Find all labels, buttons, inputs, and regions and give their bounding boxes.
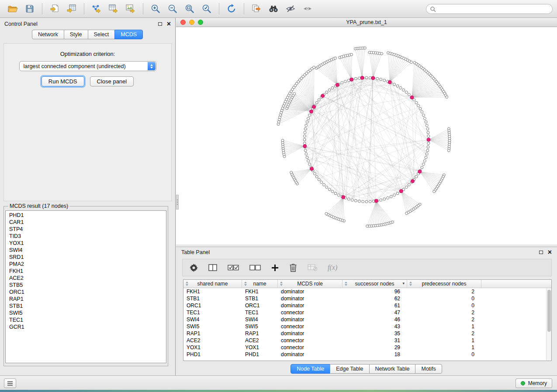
table-row[interactable]: PHD1PHD1dominator180: [183, 351, 551, 358]
result-node-item[interactable]: STB1: [6, 303, 166, 309]
deselect-all-button[interactable]: [249, 265, 261, 271]
result-node-item[interactable]: TID3: [6, 233, 166, 240]
result-node-item[interactable]: CAR1: [6, 219, 166, 226]
zoom-out-icon: [167, 3, 178, 14]
table-cell: connector: [278, 344, 343, 351]
network-graph-canvas[interactable]: [176, 27, 557, 244]
result-node-item[interactable]: STP4: [6, 226, 166, 233]
table-cell: connector: [278, 309, 343, 316]
table-row[interactable]: ACE2ACE2connector311: [183, 337, 551, 344]
eye-slash-icon: [285, 4, 296, 14]
result-node-item[interactable]: TEC1: [6, 316, 166, 323]
import-network-icon: [49, 4, 60, 14]
table-row[interactable]: FKH1FKH1dominator962: [183, 288, 551, 295]
hide-details-button[interactable]: [282, 2, 299, 16]
table-row[interactable]: YOX1YOX1connector291: [183, 344, 551, 351]
export-image-button[interactable]: [122, 2, 139, 16]
refresh-layout-button[interactable]: [223, 2, 240, 16]
table-row[interactable]: ORC1ORC1dominator610: [183, 302, 551, 309]
result-node-item[interactable]: PMA2: [6, 261, 166, 268]
tab-network[interactable]: Network: [32, 30, 64, 39]
function-builder-button: f(x): [328, 264, 337, 272]
tab-edge-table[interactable]: Edge Table: [330, 364, 369, 374]
table-row[interactable]: RAP1RAP1dominator352: [183, 330, 551, 337]
find-button[interactable]: [265, 2, 282, 16]
save-session-button[interactable]: [21, 2, 38, 16]
tab-network-table[interactable]: Network Table: [369, 364, 416, 374]
window-minimize-icon[interactable]: [189, 20, 194, 25]
tab-node-table[interactable]: Node Table: [291, 364, 330, 374]
panel-splitter-handle[interactable]: [176, 195, 179, 210]
tab-mcds[interactable]: MCDS: [114, 30, 143, 39]
result-node-item[interactable]: ORC1: [6, 289, 166, 296]
network-view-title: YPA_prune.txt_1: [176, 19, 557, 25]
copy-network-button[interactable]: [248, 2, 265, 16]
table-cell: dominator: [278, 288, 343, 295]
export-network-button[interactable]: [88, 2, 105, 16]
float-panel-icon[interactable]: [158, 22, 162, 26]
table-row[interactable]: STB1STB1dominator620: [183, 295, 551, 302]
scrollbar-thumb[interactable]: [547, 290, 551, 332]
result-node-item[interactable]: PHD1: [6, 212, 166, 219]
delete-column-button[interactable]: [289, 263, 297, 272]
import-network-button[interactable]: [46, 2, 63, 16]
toolbar-separator: [84, 3, 84, 14]
close-panel-icon[interactable]: ×: [167, 21, 171, 27]
import-table-button[interactable]: [63, 2, 80, 16]
table-cell: RAP1: [242, 330, 278, 337]
close-panel-button[interactable]: Close panel: [90, 76, 134, 86]
result-node-item[interactable]: SWI4: [6, 247, 166, 254]
column-header-name[interactable]: name: [242, 280, 278, 288]
table-scrollbar[interactable]: [546, 288, 551, 361]
node-table: shared namenameMCDS rolesuccessor nodes▾…: [183, 279, 552, 361]
run-mcds-button[interactable]: Run MCDS: [42, 76, 84, 86]
panel-menu-button[interactable]: [4, 378, 16, 388]
select-all-button[interactable]: [228, 265, 239, 271]
window-maximize-icon[interactable]: [198, 20, 203, 25]
table-cell: 47: [343, 309, 407, 316]
tab-select[interactable]: Select: [88, 30, 115, 39]
float-table-panel-icon[interactable]: [539, 251, 543, 254]
column-header-successor-nodes[interactable]: successor nodes▾: [343, 280, 407, 288]
columns-icon: [208, 264, 217, 272]
column-header-MCDS-role[interactable]: MCDS role: [278, 280, 343, 288]
memory-button[interactable]: Memory: [515, 378, 552, 388]
zoom-selected-button[interactable]: [198, 2, 215, 16]
table-cell: YOX1: [183, 344, 242, 351]
close-table-panel-icon[interactable]: ×: [548, 250, 552, 255]
tab-motifs[interactable]: Motifs: [415, 364, 442, 374]
result-node-item[interactable]: ACE2: [6, 275, 166, 282]
result-node-item[interactable]: STB5: [6, 282, 166, 289]
search-input[interactable]: [426, 4, 553, 14]
result-node-item[interactable]: SWI5: [6, 309, 166, 316]
result-node-item[interactable]: GCR1: [6, 323, 166, 330]
open-file-button[interactable]: [4, 2, 21, 16]
control-panel: Control Panel × NetworkStyleSelectMCDS O…: [0, 18, 176, 375]
window-close-icon[interactable]: [180, 20, 186, 25]
zoom-out-button[interactable]: [164, 2, 181, 16]
optimization-dropdown[interactable]: largest connected component (undirected): [19, 61, 156, 71]
column-header-shared-name[interactable]: shared name: [183, 280, 242, 288]
table-row[interactable]: SWI5SWI5connector431: [183, 323, 551, 330]
table-cell: dominator: [278, 330, 343, 337]
result-node-item[interactable]: YOX1: [6, 240, 166, 247]
mcds-result-list: PHD1CAR1STP4TID3YOX1SWI4SRD1PMA2FKH1ACE2…: [5, 210, 166, 363]
table-settings-button[interactable]: [190, 264, 198, 272]
result-node-item[interactable]: SRD1: [6, 254, 166, 261]
table-cell: RAP1: [183, 330, 242, 337]
tab-style[interactable]: Style: [64, 30, 88, 39]
show-details-button[interactable]: [299, 2, 316, 16]
zoom-fit-button[interactable]: [181, 2, 198, 16]
show-columns-button[interactable]: [208, 264, 217, 272]
export-table-button[interactable]: [105, 2, 122, 16]
result-node-item[interactable]: RAP1: [6, 296, 166, 303]
mcds-tab-content: Optimization criterion: largest connecte…: [3, 43, 172, 201]
zoom-in-button[interactable]: [147, 2, 164, 16]
result-node-item[interactable]: FKH1: [6, 268, 166, 275]
sort-icon: [344, 282, 348, 286]
save-icon: [25, 4, 35, 14]
table-row[interactable]: SWI4SWI4dominator462: [183, 316, 551, 323]
add-column-button[interactable]: [271, 264, 279, 272]
table-row[interactable]: TEC1TEC1connector472: [183, 309, 551, 316]
column-header-predecessor-nodes[interactable]: predecessor nodes: [407, 280, 481, 288]
